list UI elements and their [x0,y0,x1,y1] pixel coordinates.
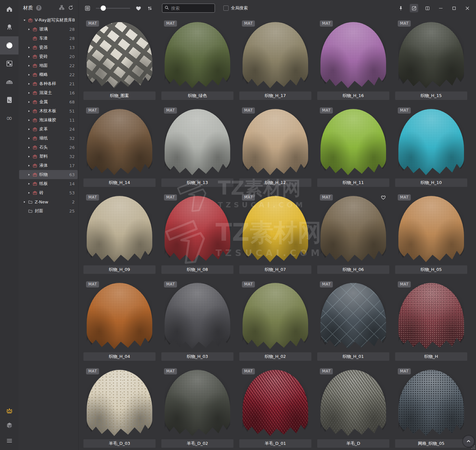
material-card[interactable]: MAT织物_H_16 [317,19,389,100]
tree-item[interactable]: 塑料32 [19,152,78,161]
rail-item-dome[interactable] [0,73,19,91]
material-card[interactable]: MAT织物_图案 [83,19,156,100]
tree-item[interactable]: 石头26 [19,143,78,152]
rail-item-infinity[interactable]: ∞ [0,109,19,127]
material-card[interactable]: MAT羊毛_D [317,367,389,448]
global-search-checkbox[interactable]: 全局搜索 [223,5,248,11]
close-icon [465,6,470,11]
rail-item-crown[interactable] [0,403,19,418]
tree-item[interactable]: 泡沫橡胶11 [19,116,78,125]
tree-root[interactable]: V-Ray超写实材质库BM [19,16,78,25]
material-card[interactable]: MAT织物_H_05 [395,193,467,274]
tree-item[interactable]: 概略22 [19,70,78,79]
favorite-heart-icon[interactable] [381,195,386,200]
thumbnail-size-slider[interactable] [96,5,130,11]
tree-item[interactable]: 地面22 [19,61,78,70]
favorites-filter-button[interactable] [135,5,142,11]
material-label: 织物_H_05 [395,265,467,274]
tree-item-count: 28 [69,27,75,32]
split-view-button[interactable] [423,4,432,12]
material-label: 织物_H [395,352,467,361]
rail-item-collage[interactable] [0,55,19,73]
tree-item-label: V-Ray超写实材质库BM [35,17,75,23]
material-card[interactable]: MAT网格_织物_05 [395,367,467,448]
tree-item-count: 63 [69,172,75,177]
close-button[interactable] [463,4,471,12]
resize-grip[interactable] [471,445,475,449]
tree-item-label: 织物 [39,172,48,177]
help-icon[interactable]: ? [36,5,42,11]
material-card[interactable]: MAT织物_H_06 [317,193,389,274]
rail-item-material-sphere[interactable] [0,36,19,55]
edit-button[interactable] [410,4,418,12]
tree-item[interactable]: 墙纸32 [19,134,78,143]
material-card[interactable]: MAT织物_H_17 [239,19,311,100]
mat-badge: MAT [164,194,177,201]
pin-button[interactable] [396,4,405,12]
material-card[interactable]: MAT织物_H_08 [161,193,233,274]
tree-item[interactable]: 砖53 [19,188,78,197]
maximize-icon [451,6,457,11]
material-card[interactable]: MAT织物_H_11 [317,106,389,187]
tree-item[interactable]: 玻璃28 [19,25,78,34]
search-input[interactable] [162,4,215,13]
minimize-icon [438,6,444,11]
material-card[interactable]: MAT织物_H_10 [395,106,467,187]
mat-badge: MAT [320,368,333,374]
material-card[interactable]: MAT羊毛_D_02 [161,367,233,448]
tree-item[interactable]: 封面25 [19,206,78,215]
minimize-button[interactable] [436,4,445,12]
tree-item[interactable]: 液体17 [19,161,78,170]
checkbox-box[interactable] [223,6,229,11]
tree-item[interactable]: 织物63 [19,170,78,179]
rail-item-menu[interactable] [0,433,19,448]
tree-item[interactable]: Z-New2 [19,197,78,206]
refresh-icon[interactable] [68,5,74,11]
tree-item[interactable]: 各种各样21 [19,79,78,88]
tree-item[interactable]: 混凝土16 [19,88,78,97]
material-card[interactable]: MAT织物_H_13 [161,106,233,187]
material-card[interactable]: MAT织物_H_04 [83,280,156,361]
folder-icon [27,209,33,213]
tree-item[interactable]: 木纹木板51 [19,106,78,116]
tree-item-label: 金属 [39,99,48,105]
expand-arrow-icon [26,55,31,58]
rail-item-script[interactable] [0,91,19,109]
rail-item-stool[interactable] [0,18,19,36]
material-card[interactable]: MAT织物_H_02 [239,280,311,361]
case-icon [31,54,38,59]
material-card[interactable]: MAT织物_H_01 [317,280,389,361]
tree-item[interactable]: 皮革24 [19,125,78,134]
cloth-pattern [87,109,152,176]
material-card[interactable]: MAT织物_H_15 [395,19,467,100]
material-card[interactable]: MAT织物_H_12 [239,106,311,187]
material-label: 织物_绿色 [161,91,233,100]
cloth-pattern [87,370,152,437]
tree-item[interactable]: 车漆28 [19,34,78,43]
material-card[interactable]: MAT织物_H_03 [161,280,233,361]
material-card[interactable]: MAT织物_H [395,280,467,361]
maximize-button[interactable] [450,4,458,12]
tree-item[interactable]: 金属68 [19,97,78,106]
case-icon [31,81,38,86]
window-controls [396,4,471,12]
hierarchy-icon[interactable] [59,5,65,11]
slider-knob[interactable] [101,6,106,11]
material-card[interactable]: MAT织物_H_07 [239,193,311,274]
material-card[interactable]: MAT织物_H_14 [83,106,156,187]
material-card[interactable]: MAT羊毛_D_03 [83,367,156,448]
rail-item-home[interactable] [0,0,19,18]
tree-item[interactable]: 瓷器13 [19,43,78,52]
rail-item-cube[interactable] [0,418,19,433]
mat-badge: MAT [398,20,411,27]
expand-arrow-icon [26,146,31,149]
tree-item[interactable]: 瓷砖20 [19,52,78,61]
grid-view-button[interactable] [84,5,91,11]
sort-button[interactable] [147,5,153,11]
material-card[interactable]: MAT织物_绿色 [161,19,233,100]
script-icon [6,96,13,104]
material-card[interactable]: MAT羊毛_D_01 [239,367,311,448]
edit-icon [411,6,417,11]
tree-item[interactable]: 纸板14 [19,179,78,188]
material-card[interactable]: MAT织物_H_09 [83,193,156,274]
